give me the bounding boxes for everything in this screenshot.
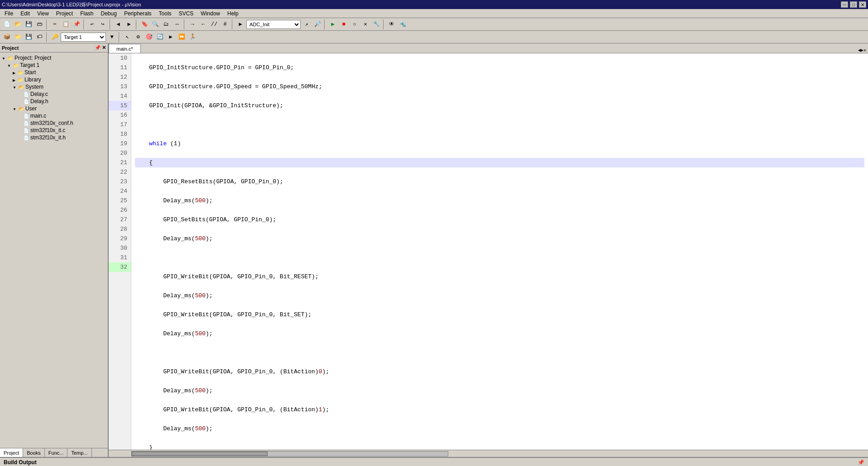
code-line-11: GPIO_InitStructure.GPIO_Speed = GPIO_Spe… (135, 82, 864, 91)
unindent-button[interactable]: ← (198, 19, 208, 29)
redo-button[interactable]: ↪ (98, 19, 108, 29)
goto-button[interactable]: ↗ (302, 19, 312, 29)
open-file-button[interactable]: 📂 (13, 19, 23, 29)
tree-it-c[interactable]: 📄 stm32f10x_it.c (0, 127, 108, 134)
ln-16: 16 (109, 110, 131, 120)
view-options-button[interactable]: 👁 (387, 19, 397, 29)
tb2-btn5[interactable]: 🔑 (50, 32, 60, 42)
menu-debug[interactable]: Debug (97, 10, 120, 18)
replace-button[interactable]: ↔ (172, 19, 182, 29)
tb2-btn6[interactable]: ⚙ (133, 32, 143, 42)
new-file-button[interactable]: 📄 (2, 19, 12, 29)
bookmark-button[interactable]: 🔖 (139, 19, 149, 29)
maximize-button[interactable]: □ (850, 1, 857, 8)
code-line-10: GPIO_InitStructure.GPIO_Pin = GPIO_Pin_0… (135, 63, 864, 72)
function-dropdown[interactable]: ADC_Init (246, 20, 301, 29)
close-button[interactable]: ✕ (859, 1, 866, 8)
tree-system[interactable]: 📂 System (0, 83, 108, 90)
menu-peripherals[interactable]: Peripherals (120, 10, 155, 18)
editor-tab-main-c[interactable]: main.c* (109, 44, 141, 53)
project-close-button[interactable]: ✕ (102, 45, 106, 51)
ln-27: 27 (109, 215, 131, 224)
menu-file[interactable]: File (1, 10, 17, 18)
tree-start[interactable]: 📁 Start (0, 69, 108, 76)
tb2-btn8[interactable]: 🔄 (155, 32, 165, 42)
tab-functions[interactable]: Func... (45, 448, 68, 457)
menu-help[interactable]: Help (224, 10, 242, 18)
reset-button[interactable]: ○ (350, 19, 360, 29)
tree-delay-c[interactable]: 📄 Delay.c (0, 90, 108, 98)
code-editor: 10 11 12 13 14 15 16 17 18 19 20 21 22 2… (109, 53, 868, 450)
tab-books[interactable]: Books (23, 448, 45, 457)
paste-button[interactable]: 📌 (72, 19, 82, 29)
menu-edit[interactable]: Edit (17, 10, 34, 18)
tb2-btn1[interactable]: 📦 (2, 32, 12, 42)
save-all-button[interactable]: 🗃 (34, 19, 44, 29)
tree-user[interactable]: 📂 User (0, 105, 108, 112)
code-line-27: Delay_ms(500); (135, 386, 864, 395)
uncomment-button[interactable]: # (220, 19, 230, 29)
project-header-buttons: 📌 ✕ (95, 45, 106, 51)
tree-main-c[interactable]: 📄 main.c (0, 112, 108, 119)
tb2-btn3[interactable]: 💾 (24, 32, 34, 42)
tree-delay-h[interactable]: 📄 Delay.h (0, 98, 108, 105)
menu-tools[interactable]: Tools (155, 10, 175, 18)
code-content[interactable]: GPIO_InitStructure.GPIO_Pin = GPIO_Pin_0… (131, 53, 868, 450)
ln-30: 30 (109, 243, 131, 253)
sep6 (232, 19, 234, 29)
indent-button[interactable]: → (187, 19, 197, 29)
copy-button[interactable]: 📋 (61, 19, 71, 29)
code-line-17: Delay_ms(500); (135, 196, 864, 205)
code-line-18: GPIO_SetBits(GPIOA, GPIO_Pin_0); (135, 215, 864, 224)
menu-window[interactable]: Window (197, 10, 224, 18)
menu-view[interactable]: View (34, 10, 53, 18)
build-button[interactable]: ▶ (235, 19, 245, 29)
tb2-btn9[interactable]: ▶ (166, 32, 176, 42)
nav-back-button[interactable]: ◀ (113, 19, 123, 29)
menu-svcs[interactable]: SVCS (175, 10, 197, 18)
extra-button[interactable]: 🔩 (398, 19, 408, 29)
undo-button[interactable]: ↩ (87, 19, 97, 29)
tree-target1[interactable]: 📁 Target 1 (0, 62, 108, 69)
ln-18: 18 (109, 129, 131, 139)
save-file-button[interactable]: 💾 (24, 19, 34, 29)
menu-flash[interactable]: Flash (77, 10, 97, 18)
build-output-pin[interactable]: 📌 (858, 459, 864, 466)
minimize-button[interactable]: ─ (841, 1, 848, 8)
ln-12: 12 (109, 72, 131, 82)
code-line-16: GPIO_ResetBits(GPIOA, GPIO_Pin_0); (135, 177, 864, 186)
find-button[interactable]: 🔍 (150, 19, 160, 29)
tb2-btn4[interactable]: 🏷 (34, 32, 44, 42)
clear-button[interactable]: ✕ (360, 19, 370, 29)
inspect-button[interactable]: 🔎 (312, 19, 322, 29)
tree-it-h[interactable]: 📄 stm32f10x_it.h (0, 134, 108, 141)
editor-scrollbar[interactable] (109, 450, 868, 457)
tools-button[interactable]: 🔧 (371, 19, 381, 29)
project-pin-button[interactable]: 📌 (95, 45, 101, 51)
start-expand-icon (13, 70, 16, 75)
tb2-btn11[interactable]: 🏃 (187, 32, 197, 42)
menu-project[interactable]: Project (53, 10, 77, 18)
tb2-btn7[interactable]: 🎯 (144, 32, 154, 42)
ln-28: 28 (109, 224, 131, 234)
tree-conf-h[interactable]: 📄 stm32f10x_conf.h (0, 119, 108, 127)
project-panel-header: Project 📌 ✕ (0, 43, 108, 52)
find-in-files-button[interactable]: 🗂 (161, 19, 171, 29)
tb2-cursor-button[interactable]: ↖ (122, 32, 132, 42)
tree-target1-label: Target 1 (20, 62, 39, 68)
tb2-arrow-button[interactable]: ▼ (107, 32, 117, 42)
comment-button[interactable]: // (209, 19, 219, 29)
run-button[interactable]: ▶ (328, 19, 338, 29)
tree-library[interactable]: 📁 Library (0, 76, 108, 83)
cut-button[interactable]: ✂ (50, 19, 60, 29)
tb2-btn2[interactable]: 📁 (13, 32, 23, 42)
tab-project[interactable]: Project (0, 448, 23, 457)
tree-it-c-label: stm32f10x_it.c (30, 127, 65, 133)
stop-button[interactable]: ■ (339, 19, 349, 29)
target-dropdown[interactable]: Target 1 (61, 33, 106, 42)
tab-templates[interactable]: Temp... (67, 448, 91, 457)
close-tab-icon[interactable]: ✕ (863, 48, 866, 53)
nav-forward-button[interactable]: ▶ (124, 19, 134, 29)
tree-root[interactable]: 📁 Project: Project (0, 54, 108, 62)
tb2-btn10[interactable]: ⏩ (177, 32, 187, 42)
